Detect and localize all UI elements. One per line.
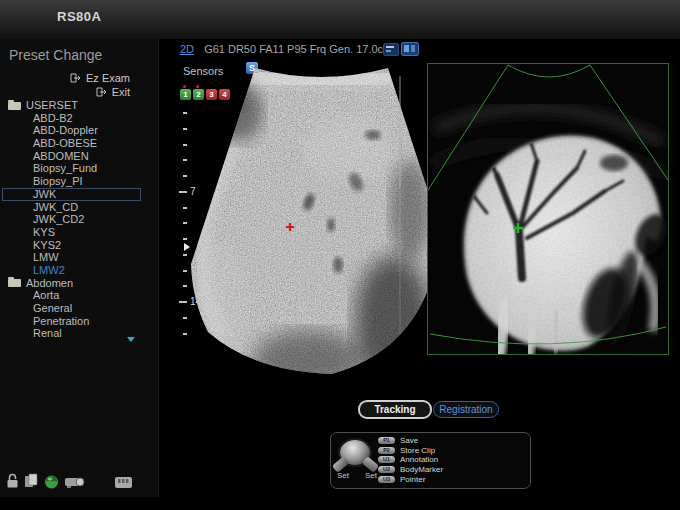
tree-item-label: KYS	[33, 226, 55, 239]
memory-card-icon	[114, 476, 133, 489]
image-info-line: 2D G61 DR50 FA11 P95 Frq Gen. 17.0cm	[180, 43, 392, 55]
ruler-tick	[183, 159, 187, 161]
thumbnail-panel-icon[interactable]	[383, 43, 399, 56]
scroll-down-icon[interactable]	[127, 337, 135, 342]
ruler-tick	[183, 222, 187, 224]
softkey-cap: P1	[378, 437, 395, 444]
screen: RS80A Preset Change Ez Exam Exit USERSET…	[0, 0, 680, 510]
registration-button[interactable]: Registration	[433, 401, 499, 418]
tree-item-label: LMW	[33, 251, 59, 264]
tree-item-lmw2[interactable]: LMW2	[0, 264, 158, 277]
softkey-save: P1Save	[378, 436, 443, 446]
tree-item-jwk-cd2[interactable]: JWK_CD2	[0, 213, 158, 226]
ruler-tick	[183, 175, 187, 177]
preset-tree: USERSETABD-B2ABD-DopplerABD-OBESEABDOMEN…	[0, 99, 158, 340]
ruler-tick	[183, 270, 187, 272]
tree-item-label: ABD-B2	[33, 112, 73, 125]
tree-item-lmw[interactable]: LMW	[0, 251, 158, 264]
sidebar-title: Preset Change	[9, 47, 102, 63]
ez-exam-label: Ez Exam	[86, 72, 130, 84]
status-bar	[6, 473, 133, 489]
softkey-pointer: U3Pointer	[378, 474, 443, 484]
tree-item-label: JWK	[33, 188, 56, 201]
tree-item-label: Aorta	[33, 289, 59, 302]
exit-button[interactable]: Exit	[96, 86, 130, 98]
ultrasound-image[interactable]	[188, 60, 430, 382]
softkey-label: BodyMarker	[400, 465, 443, 474]
tree-item-label: ABD-Doppler	[33, 124, 98, 137]
tree-item-abdomen[interactable]: ABDOMEN	[0, 150, 158, 163]
tree-item-general[interactable]: General	[0, 302, 158, 315]
sidebar: Preset Change Ez Exam Exit USERSETABD-B2…	[0, 39, 159, 497]
tree-item-label: Penetration	[33, 315, 89, 328]
lock-icon	[6, 473, 19, 489]
set-right-label: Set	[365, 471, 377, 480]
tree-item-abd-obese[interactable]: ABD-OBESE	[0, 137, 158, 150]
documents-icon	[24, 473, 39, 489]
tree-item-kys[interactable]: KYS	[0, 226, 158, 239]
tree-item-jwk-cd[interactable]: JWK_CD	[0, 201, 158, 214]
exit-arrow-icon	[70, 73, 82, 83]
tree-item-userset[interactable]: USERSET	[0, 99, 158, 112]
tree-item-label: Abdomen	[26, 277, 73, 290]
folder-icon	[8, 279, 21, 287]
exit-label: Exit	[112, 86, 130, 98]
exit-arrow-icon	[96, 87, 108, 97]
softkey-bodymarker: U2BodyMarker	[378, 465, 443, 475]
ruler-tick	[183, 317, 187, 319]
softkey-cap: P2	[378, 447, 395, 454]
tree-item-biopsy-fund[interactable]: Biopsy_Fund	[0, 162, 158, 175]
softkey-cap: U2	[378, 466, 395, 473]
tree-item-label: Biopsy_PI	[33, 175, 83, 188]
softkey-cap: U1	[378, 456, 395, 463]
tree-item-label: Biopsy_Fund	[33, 162, 97, 175]
tree-item-kys2[interactable]: KYS2	[0, 239, 158, 252]
ruler-tick	[183, 207, 187, 209]
ruler-tick	[183, 238, 187, 240]
tree-item-label: JWK_CD	[33, 201, 78, 214]
tree-item-aorta[interactable]: Aorta	[0, 289, 158, 302]
folder-icon	[8, 102, 21, 110]
tree-item-label: LMW2	[33, 264, 65, 277]
ruler-tick	[183, 144, 187, 146]
set-left-label: Set	[337, 471, 349, 480]
title-bar: RS80A	[0, 0, 680, 39]
ruler-tick	[183, 112, 187, 114]
trackball-panel: Set Set P1SaveP2Store ClipU1AnnotationU2…	[330, 432, 531, 489]
ruler-tick	[183, 254, 187, 256]
status-led	[44, 474, 59, 489]
tree-item-jwk[interactable]: JWK	[0, 188, 158, 201]
tree-item-abdomen[interactable]: Abdomen	[0, 277, 158, 290]
softkey-label: Store Clip	[400, 446, 435, 455]
app-title: RS80A	[57, 9, 101, 24]
ez-exam-button[interactable]: Ez Exam	[70, 72, 130, 84]
tree-item-penetration[interactable]: Penetration	[0, 315, 158, 328]
softkey-label: Annotation	[400, 455, 438, 464]
ruler-tick	[183, 128, 187, 130]
tree-item-label: JWK_CD2	[33, 213, 84, 226]
tree-item-biopsy-pi[interactable]: Biopsy_PI	[0, 175, 158, 188]
softkey-label: Save	[400, 436, 418, 445]
tree-item-label: USERSET	[26, 99, 78, 112]
softkey-store-clip: P2Store Clip	[378, 446, 443, 456]
tree-item-label: General	[33, 302, 72, 315]
softkey-label: Pointer	[400, 475, 425, 484]
ruler-tick	[183, 333, 187, 335]
softkey-cap: U3	[378, 476, 395, 483]
mri-image[interactable]	[427, 63, 669, 355]
projector-icon	[64, 475, 86, 489]
ruler-tick	[179, 191, 187, 193]
tree-item-label: Renal	[33, 327, 62, 340]
multi-image-icon[interactable]	[401, 42, 419, 56]
tree-item-label: ABD-OBESE	[33, 137, 97, 150]
tree-item-abd-doppler[interactable]: ABD-Doppler	[0, 124, 158, 137]
image-params: G61 DR50 FA11 P95 Frq Gen. 17.0cm	[204, 43, 392, 55]
softkey-annotation: U1Annotation	[378, 455, 443, 465]
ruler-tick	[183, 285, 187, 287]
tracking-button[interactable]: Tracking	[358, 400, 432, 419]
tree-item-label: KYS2	[33, 239, 61, 252]
tree-item-abd-b2[interactable]: ABD-B2	[0, 112, 158, 125]
tree-item-label: ABDOMEN	[33, 150, 89, 163]
softkey-list: P1SaveP2Store ClipU1AnnotationU2BodyMark…	[378, 436, 443, 484]
ruler-tick	[179, 301, 187, 303]
